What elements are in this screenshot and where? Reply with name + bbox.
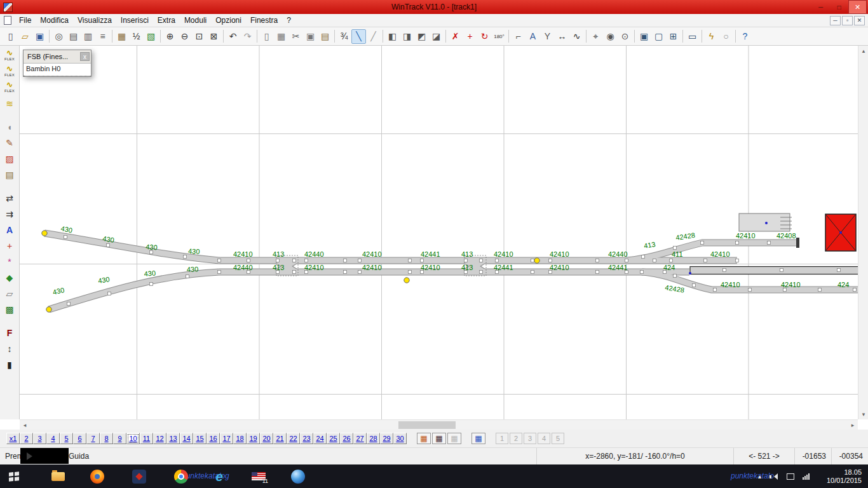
page-tab-13[interactable]: 13 — [166, 433, 180, 444]
close-button[interactable]: ✕ — [848, 0, 867, 14]
rotate-180-icon[interactable]: 180° — [492, 29, 506, 44]
cut-icon[interactable]: ✂ — [288, 29, 303, 44]
horizontal-scroll-track[interactable] — [30, 420, 848, 430]
page-tab-17[interactable]: 17 — [220, 433, 233, 444]
page-empty-map-button[interactable]: ▦ — [447, 433, 461, 444]
window-tile-icon[interactable]: ▭ — [685, 29, 700, 44]
flex-fit-icon[interactable]: ∿ — [569, 29, 584, 44]
page-tab-19[interactable]: 19 — [247, 433, 260, 444]
layer-bottom-icon[interactable]: ◪ — [429, 29, 444, 44]
lantern-icon[interactable]: ⌖ — [588, 29, 603, 44]
fsb-panel[interactable]: FSB (Fines... x Bambin H0 — [23, 50, 92, 77]
page-tab-15[interactable]: 15 — [193, 433, 207, 444]
maximize-button[interactable]: □ — [830, 0, 848, 14]
show-hidden-icons-button[interactable]: ▴ — [758, 473, 761, 480]
move-icon[interactable]: + — [463, 29, 477, 44]
print-icon[interactable]: ▤ — [66, 29, 81, 44]
spacing-icon[interactable]: ⇄ — [1, 190, 18, 206]
print-preview-icon[interactable]: ◎ — [51, 29, 66, 44]
flex-track-icon-1[interactable]: ∿FLEX — [1, 48, 18, 64]
chrome-button[interactable] — [173, 468, 189, 485]
save-icon[interactable]: ▣ — [32, 29, 47, 44]
page-tab-16[interactable]: 16 — [207, 433, 220, 444]
page-dark-map-button[interactable]: ▦ — [432, 433, 446, 444]
scale-icon[interactable]: ½ — [129, 29, 144, 44]
board-icon[interactable]: ▩ — [1, 301, 18, 317]
zoom-in-icon[interactable]: ⊕ — [163, 29, 177, 44]
page-tab-25[interactable]: 25 — [327, 433, 340, 444]
layer-top-icon[interactable]: ◨ — [400, 29, 414, 44]
flower-icon[interactable]: * — [1, 254, 18, 269]
taskbar-clock[interactable]: 18.05 10/01/2015 — [827, 468, 862, 485]
parts-report-icon[interactable]: ≡ — [95, 29, 110, 44]
signal-icon[interactable]: ◆ — [1, 269, 18, 285]
page-tab-24[interactable]: 24 — [313, 433, 327, 444]
page-tab-23[interactable]: 23 — [300, 433, 313, 444]
layer-raise-icon[interactable]: ◧ — [385, 29, 400, 44]
scroll-right-button[interactable]: ▸ — [848, 420, 858, 430]
page-tab-9[interactable]: 9 — [113, 433, 126, 444]
zoom-out-icon[interactable]: ⊖ — [177, 29, 192, 44]
menu-moduli[interactable]: Moduli — [180, 15, 211, 26]
draw-slope-icon[interactable]: ╱ — [366, 29, 381, 44]
lamp-icon[interactable]: ○ — [719, 29, 733, 44]
menu-finestra[interactable]: Finestra — [246, 15, 282, 26]
minimize-button[interactable]: ─ — [811, 0, 830, 14]
measure-icon[interactable]: Y — [540, 29, 555, 44]
firefox-button[interactable] — [89, 468, 105, 485]
menu-opzioni[interactable]: Opzioni — [211, 15, 246, 26]
file-explorer-button[interactable] — [50, 468, 66, 485]
gradient-icon[interactable]: ▨ — [1, 151, 18, 166]
selected-track[interactable] — [690, 267, 858, 274]
page-tab-7[interactable]: 7 — [86, 433, 100, 444]
page-tab-27[interactable]: 27 — [353, 433, 367, 444]
page-tab-x1[interactable]: x1 — [6, 433, 20, 444]
page-tab-8[interactable]: 8 — [100, 433, 113, 444]
street-track-icon[interactable]: ≋ — [1, 95, 18, 111]
group-icon[interactable]: ▣ — [637, 29, 651, 44]
delete-icon[interactable]: ✗ — [448, 29, 463, 44]
page-color-map-button[interactable]: ▦ — [417, 433, 431, 444]
page-tab-5[interactable]: 5 — [60, 433, 73, 444]
page-tab-3[interactable]: 3 — [33, 433, 46, 444]
volume-icon[interactable] — [770, 473, 778, 480]
page-tab-10[interactable]: 10 — [126, 433, 140, 444]
raster-icon[interactable]: ▦ — [274, 29, 288, 44]
context-help-icon[interactable]: ? — [738, 29, 752, 44]
new-file-icon[interactable]: ▯ — [3, 29, 18, 44]
page-tab-12[interactable]: 12 — [153, 433, 166, 444]
track-style-icon[interactable]: ¾ — [337, 29, 351, 44]
text-icon[interactable]: A — [1, 222, 18, 238]
menu-extra[interactable]: Extra — [153, 15, 180, 26]
zoom-window-icon[interactable]: ⊡ — [192, 29, 207, 44]
open-file-icon[interactable]: ▱ — [18, 29, 32, 44]
zoom-fit-icon[interactable]: ⊠ — [207, 29, 221, 44]
align-icon[interactable]: ⌐ — [511, 29, 526, 44]
contact-icon[interactable]: ▱ — [1, 285, 18, 301]
page-tab-14[interactable]: 14 — [180, 433, 193, 444]
vertical-scroll-track[interactable] — [858, 56, 868, 409]
page-tab-18[interactable]: 18 — [233, 433, 247, 444]
menu-file[interactable]: File — [15, 15, 36, 26]
child-close-button[interactable]: ✕ — [854, 16, 865, 25]
scroll-up-button[interactable]: ▴ — [858, 46, 868, 56]
power-icon[interactable]: ϟ — [704, 29, 719, 44]
redo-icon[interactable]: ↷ — [240, 29, 255, 44]
horizontal-scrollbar[interactable]: ◂ ▸ — [20, 419, 858, 430]
page-tab-6[interactable]: 6 — [73, 433, 86, 444]
background-image-icon[interactable]: ▧ — [144, 29, 158, 44]
insert-part-icon[interactable]: + — [1, 238, 18, 254]
flex-track-icon-3[interactable]: ∿FLEX — [1, 79, 18, 95]
fsb-list-item[interactable]: Bambin H0 — [24, 63, 91, 76]
menu-modifica[interactable]: Modifica — [36, 15, 73, 26]
page-tab-11[interactable]: 11 — [140, 433, 153, 444]
page-tab-29[interactable]: 29 — [380, 433, 393, 444]
child-restore-button[interactable]: ▫ — [842, 16, 853, 25]
page-tab-22[interactable]: 22 — [287, 433, 300, 444]
dimension-icon[interactable]: ↔ — [555, 29, 569, 44]
tray-monitor-icon[interactable] — [787, 473, 794, 480]
knife-icon[interactable]: ✎ — [1, 135, 18, 151]
page-tab-30[interactable]: 30 — [393, 433, 407, 444]
menu-help[interactable]: ? — [282, 15, 295, 26]
undo-icon[interactable]: ↶ — [226, 29, 240, 44]
